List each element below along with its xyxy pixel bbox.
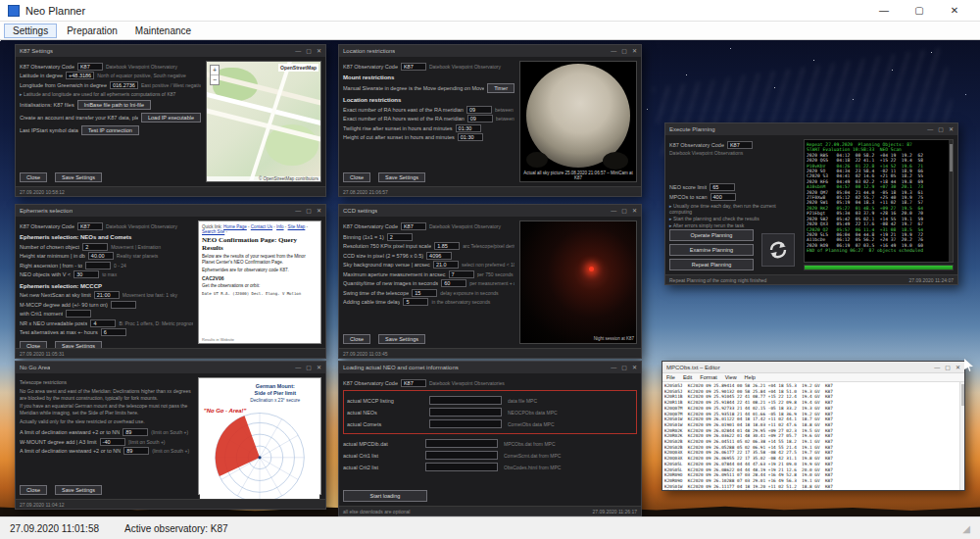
window-titlebar[interactable]: Ephemeris selection —▢✕	[16, 205, 325, 217]
window-titlebar[interactable]: CCD settings —▢✕	[339, 205, 641, 217]
field-input[interactable]: 89	[122, 428, 148, 436]
zoom-in-icon[interactable]: +	[211, 66, 219, 75]
field-input[interactable]: 016.2736	[110, 81, 138, 89]
field-input[interactable]: K87	[77, 222, 103, 230]
maximize-icon[interactable]: ▢	[902, 0, 937, 22]
planning-action-button[interactable]: Operate Planning	[669, 229, 754, 241]
window-titlebar[interactable]: Execute Planning —▢✕	[665, 123, 957, 135]
field-input[interactable]	[66, 310, 91, 318]
quick-link[interactable]: Search Site	[202, 229, 224, 234]
file-field[interactable]	[425, 451, 498, 460]
close-button[interactable]: Close	[20, 485, 47, 495]
window-controls[interactable]: —▢✕	[295, 45, 321, 57]
quick-link[interactable]: Site Map	[288, 224, 306, 229]
neocp-webpage[interactable]: Quick link: Home Page - Contact Us - Inf…	[198, 220, 321, 344]
save-settings-button[interactable]: Save Settings	[55, 172, 102, 182]
close-button[interactable]: Close	[20, 172, 47, 182]
field-input[interactable]: -40	[100, 438, 125, 446]
field-input[interactable]: 30	[74, 270, 99, 278]
editor-menu-item[interactable]: Help	[745, 374, 756, 380]
editor-menu-item[interactable]: Edit	[683, 374, 692, 380]
field-input[interactable]: 4096	[426, 252, 452, 260]
window-controls[interactable]: —▢✕	[295, 205, 321, 217]
ini-path-button[interactable]: IniBase file path to Ini-file	[77, 100, 151, 110]
field-input[interactable]: 1.85	[434, 242, 460, 250]
close-button[interactable]: Close	[343, 334, 370, 344]
field-input[interactable]: 2	[387, 233, 413, 241]
window-no-go-area[interactable]: No Go Area —▢✕ Telescope restrictions No…	[15, 361, 326, 510]
field-input[interactable]: 21.0	[433, 261, 459, 269]
file-field[interactable]	[425, 463, 498, 471]
planning-action-button[interactable]: Examine Planning	[669, 244, 754, 256]
scrollbar[interactable]	[959, 382, 964, 490]
field-input[interactable]: 09	[467, 115, 493, 122]
window-controls[interactable]: —▢✕	[611, 362, 637, 373]
field-input[interactable]: K87	[77, 63, 103, 71]
zoom-out-icon[interactable]: −	[211, 75, 219, 84]
save-settings-button[interactable]: Save Settings	[55, 341, 102, 349]
editor-menu-item[interactable]: File	[666, 374, 675, 380]
field-input[interactable]: 4	[90, 319, 116, 327]
window-loading-neo-comets[interactable]: Loading actual NEO and comet information…	[338, 361, 642, 516]
close-button[interactable]: Close	[343, 172, 370, 182]
field-input[interactable]: 40.00	[88, 252, 114, 260]
field-input[interactable]: K87	[401, 222, 426, 230]
save-settings-button[interactable]: Save Settings	[378, 172, 425, 182]
app-window-controls[interactable]: — ▢ ✕	[866, 0, 972, 22]
openstreetmap-panel[interactable]: + − OpenStreetMap © OpenStreetMap contri…	[206, 61, 321, 182]
window-k87-settings[interactable]: K87 Settings —▢✕ K87 Observatory Code K8…	[15, 44, 326, 197]
field-input[interactable]: 6	[101, 328, 126, 336]
window-controls[interactable]: —▢✕	[295, 362, 321, 373]
window-titlebar[interactable]: K87 Settings —▢✕	[16, 45, 325, 57]
minimize-icon[interactable]: —	[866, 0, 902, 22]
window-titlebar[interactable]: Location restrictions —▢✕	[339, 45, 641, 57]
save-settings-button[interactable]: Save Settings	[378, 334, 425, 344]
planning-log[interactable]: Repeat 27.09.2020 Planning Objects: 87 S…	[804, 139, 954, 263]
field-input[interactable]: 01:30	[456, 124, 481, 132]
timer-button[interactable]: Timer	[487, 83, 514, 93]
field-input[interactable]	[111, 301, 136, 309]
window-controls[interactable]: —▢✕	[611, 45, 637, 57]
field-input[interactable]: 01:30	[458, 133, 483, 141]
field-input[interactable]	[85, 262, 111, 270]
window-mpcobs-editor[interactable]: MPCObs.txt – Editor —▢✕ FileEditFormatVi…	[662, 361, 965, 491]
test-ip-button[interactable]: Test IP connection	[81, 125, 139, 135]
field-input[interactable]: 400	[710, 193, 736, 201]
editor-menu-item[interactable]: Format	[700, 374, 716, 380]
menu-item[interactable]: Settings	[4, 24, 57, 38]
file-field[interactable]	[429, 396, 502, 405]
menu-item[interactable]: Preparation	[59, 24, 125, 37]
field-input[interactable]: 2	[82, 243, 108, 251]
scrollbar[interactable]	[949, 140, 953, 262]
editor-text-area[interactable]: K20S05J KC2020 09 25.89414 00 58 26.21 +…	[662, 382, 964, 490]
field-input[interactable]: 89	[123, 447, 149, 455]
file-field[interactable]	[429, 419, 502, 428]
field-input[interactable]: 65	[710, 183, 735, 191]
field-input[interactable]: 09	[466, 106, 492, 114]
quick-link[interactable]: Contact Us	[251, 224, 272, 229]
quick-link[interactable]: Info	[276, 224, 284, 229]
editor-menu-item[interactable]: View	[725, 374, 737, 380]
load-ip-button[interactable]: Load IP executable	[141, 113, 201, 122]
field-input[interactable]: K87	[727, 141, 753, 149]
field-input[interactable]: 5	[403, 298, 428, 306]
window-execute-planning[interactable]: Execute Planning —▢✕ K87 Observatory Cod…	[664, 122, 958, 285]
field-input[interactable]: 60	[441, 279, 466, 287]
field-input[interactable]: 7	[449, 270, 474, 278]
close-icon[interactable]: ✕	[937, 0, 972, 22]
window-titlebar[interactable]: MPCObs.txt – Editor —▢✕	[662, 362, 964, 373]
window-controls[interactable]: —▢✕	[934, 362, 960, 373]
field-input[interactable]: +48.3186	[66, 72, 94, 79]
planning-action-button[interactable]: Repeat Planning	[669, 259, 754, 270]
window-controls[interactable]: —▢✕	[927, 123, 954, 135]
file-field[interactable]	[429, 408, 502, 416]
save-settings-button[interactable]: Save Settings	[55, 485, 102, 495]
resize-grip[interactable]: ◢	[962, 523, 970, 534]
field-input[interactable]: 21:00	[94, 291, 120, 299]
window-titlebar[interactable]: Loading actual NEO and comet information…	[339, 362, 641, 373]
window-ephemeris-selection[interactable]: Ephemeris selection —▢✕ K87 Observatory …	[15, 204, 326, 359]
app-titlebar[interactable]: Neo Planner — ▢ ✕	[0, 0, 980, 22]
start-loading-button[interactable]: Start loading	[343, 490, 427, 502]
menu-item[interactable]: Maintenance	[127, 24, 199, 37]
field-input[interactable]: K87	[401, 63, 426, 71]
